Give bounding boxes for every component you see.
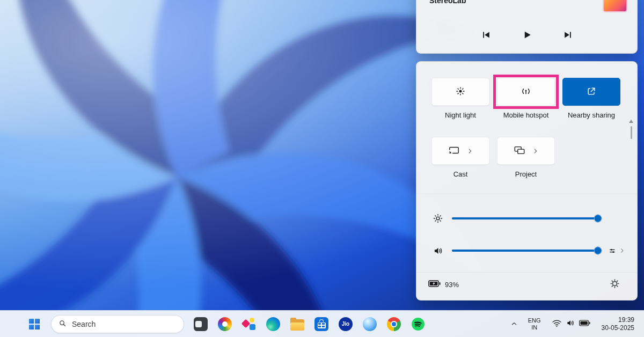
taskbar: Search Jio: [0, 310, 644, 337]
system-tray: ENG IN: [506, 314, 640, 334]
cast-icon: [448, 144, 460, 158]
battery-icon: [579, 320, 590, 328]
app-icon-file-explorer[interactable]: [287, 313, 308, 335]
previous-track-button[interactable]: [477, 26, 495, 45]
slider-fill: [452, 217, 598, 219]
project-button[interactable]: [497, 137, 555, 165]
media-flyout-panel: StereoLab: [416, 0, 638, 54]
taskbar-search[interactable]: Search: [51, 315, 184, 333]
app-icon-spotify[interactable]: [407, 313, 429, 335]
brightness-slider[interactable]: [452, 213, 598, 224]
wifi-icon: [552, 319, 562, 329]
clock[interactable]: 19:39 30-05-2025: [596, 314, 640, 334]
quick-settings-scrollbar[interactable]: [628, 120, 634, 139]
quick-settings-footer: 93%: [428, 275, 624, 294]
app-icon-store[interactable]: [311, 313, 332, 335]
scroll-up-arrow-icon[interactable]: [629, 120, 633, 123]
quick-settings-panel: Night light Mobile hotspot: [416, 61, 638, 301]
next-track-button[interactable]: [559, 26, 577, 45]
mobile-hotspot-cell: Mobile hotspot: [497, 78, 555, 119]
quick-settings-tile-row-1: Night light Mobile hotspot: [431, 78, 620, 119]
cast-cell: Cast: [431, 137, 489, 178]
brightness-row: [430, 208, 627, 229]
divider: [416, 194, 637, 194]
app-icon-shapes[interactable]: [238, 313, 260, 335]
nearby-sharing-label: Nearby sharing: [568, 111, 615, 119]
night-light-button[interactable]: [431, 78, 489, 106]
project-icon: [514, 144, 525, 158]
start-button[interactable]: [24, 313, 45, 335]
hidden-icons-button[interactable]: [506, 314, 522, 334]
search-label: Search: [72, 320, 96, 328]
media-app-title: StereoLab: [429, 0, 466, 5]
app-icon-color-wheel[interactable]: [214, 313, 236, 335]
next-track-icon: [562, 30, 573, 42]
time-label: 19:39: [618, 316, 634, 324]
volume-icon: [430, 245, 445, 257]
previous-track-icon: [481, 30, 492, 42]
night-light-icon: [455, 86, 466, 98]
chevron-right-icon: [466, 148, 473, 155]
brightness-slider-knob[interactable]: [594, 215, 602, 223]
battery-charging-icon: [428, 280, 441, 289]
divider: [416, 272, 637, 273]
taskbar-app-area: Search Jio: [24, 313, 429, 335]
chrome-icon: [387, 317, 401, 331]
search-icon: [58, 319, 67, 329]
chevron-right-icon: [619, 247, 625, 254]
language-switcher[interactable]: ENG IN: [523, 314, 546, 334]
blue-orb-icon: [363, 317, 377, 331]
mobile-hotspot-icon: [520, 85, 532, 99]
chevron-right-icon: [532, 148, 539, 155]
dark-window-icon: [194, 317, 208, 331]
settings-button[interactable]: [605, 276, 624, 292]
cast-button[interactable]: [431, 137, 489, 165]
volume-row: [430, 240, 627, 261]
desktop: StereoLab: [0, 0, 644, 337]
volume-icon: [566, 318, 575, 329]
album-art-thumbnail: [603, 0, 627, 12]
cast-label: Cast: [453, 170, 468, 178]
play-icon: [522, 30, 532, 42]
night-light-cell: Night light: [431, 78, 489, 119]
play-button[interactable]: [518, 26, 536, 45]
file-explorer-icon: [290, 319, 304, 331]
region-label: IN: [531, 324, 537, 331]
brightness-icon: [430, 213, 445, 224]
media-controls: [416, 26, 637, 45]
quick-settings-tile-row-2: Cast Project: [431, 137, 555, 178]
language-label: ENG: [528, 317, 541, 324]
mobile-hotspot-label: Mobile hotspot: [503, 111, 549, 119]
color-wheel-icon: [218, 317, 232, 331]
app-icon-edge[interactable]: [262, 313, 284, 335]
app-icon-dark-window[interactable]: [190, 313, 211, 335]
mobile-hotspot-button[interactable]: [497, 78, 555, 106]
jio-icon: Jio: [339, 317, 353, 331]
battery-percent-label: 93%: [445, 281, 459, 289]
spotify-icon: [411, 317, 425, 331]
project-cell: Project: [497, 137, 555, 178]
volume-slider[interactable]: [452, 245, 598, 256]
app-icon-blue-orb[interactable]: [359, 313, 380, 335]
app-icon-chrome[interactable]: [383, 313, 405, 335]
nearby-sharing-icon: [586, 86, 597, 98]
network-volume-battery-button[interactable]: [547, 314, 595, 334]
store-icon: [314, 317, 328, 331]
volume-slider-knob[interactable]: [594, 247, 602, 255]
shapes-icon: [242, 317, 256, 331]
windows-logo-icon: [29, 319, 40, 329]
volume-mixer-icon: [608, 246, 617, 255]
battery-status[interactable]: 93%: [428, 280, 459, 289]
jio-label: Jio: [342, 321, 349, 327]
nearby-sharing-button[interactable]: [562, 78, 620, 106]
chevron-up-icon: [510, 320, 518, 328]
app-icon-jio[interactable]: Jio: [335, 313, 356, 335]
sound-output-picker[interactable]: [606, 244, 627, 258]
edge-icon: [266, 317, 280, 331]
scrollbar-thumb[interactable]: [631, 126, 632, 139]
project-label: Project: [515, 170, 537, 178]
slider-fill: [452, 250, 598, 252]
settings-gear-icon: [610, 279, 620, 290]
night-light-label: Night light: [445, 111, 476, 119]
date-label: 30-05-2025: [602, 324, 634, 332]
